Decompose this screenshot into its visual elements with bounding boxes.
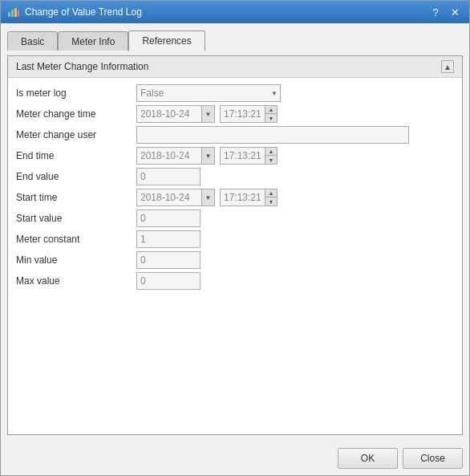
is-meter-log-label: Is meter log <box>16 87 136 99</box>
start-time-group: ▼ ▲ ▼ <box>136 189 454 206</box>
title-bar-controls: ? ✕ <box>427 4 463 20</box>
start-date-btn[interactable]: ▼ <box>201 189 214 205</box>
tab-meter-info[interactable]: Meter Info <box>58 31 128 51</box>
end-time-down[interactable]: ▼ <box>265 156 277 164</box>
start-time-row: Start time ▼ ▲ ▼ <box>16 189 454 206</box>
meter-change-user-input[interactable] <box>136 126 409 144</box>
meter-change-time-label: Meter change time <box>16 108 136 120</box>
meter-constant-row: Meter constant <box>16 230 454 248</box>
end-time-spin: ▲ ▼ <box>265 148 277 164</box>
main-window: Change of Value Trend Log ? ✕ Basic Mete… <box>0 0 470 476</box>
meter-change-time-wrapper: ▲ ▼ <box>220 105 278 123</box>
end-time-input[interactable] <box>221 149 265 162</box>
is-meter-log-control: False True <box>136 84 454 102</box>
close-button[interactable]: Close <box>403 448 463 469</box>
end-time-control: ▼ ▲ ▼ <box>136 147 454 165</box>
chart-icon <box>7 6 20 18</box>
meter-constant-label: Meter constant <box>16 234 136 245</box>
svg-rect-3 <box>18 10 19 17</box>
end-time-up[interactable]: ▲ <box>265 148 277 156</box>
form-area: Is meter log False True Meter change tim… <box>8 78 462 296</box>
meter-change-time-spin: ▲ ▼ <box>265 106 277 122</box>
section-header: Last Meter Change Information ▲ <box>8 56 462 78</box>
meter-change-time-up[interactable]: ▲ <box>265 106 277 114</box>
svg-rect-0 <box>8 12 10 17</box>
end-value-control <box>136 168 454 185</box>
meter-change-time-row: Meter change time ▼ ▲ ▼ <box>16 105 454 123</box>
meter-constant-control <box>136 230 454 248</box>
start-time-down[interactable]: ▼ <box>265 197 277 205</box>
meter-change-user-label: Meter change user <box>16 129 136 140</box>
start-time-spin: ▲ ▼ <box>265 189 277 205</box>
end-value-label: End value <box>16 171 136 182</box>
start-time-up[interactable]: ▲ <box>265 189 277 197</box>
close-title-button[interactable]: ✕ <box>447 4 463 20</box>
tab-basic[interactable]: Basic <box>7 31 58 51</box>
end-date-btn[interactable]: ▼ <box>201 148 214 164</box>
ok-button[interactable]: OK <box>338 448 398 469</box>
tab-bar: Basic Meter Info References <box>7 30 463 51</box>
start-date-wrapper: ▼ <box>136 189 215 206</box>
end-time-group: ▼ ▲ ▼ <box>136 147 454 165</box>
meter-change-time-group: ▼ ▲ ▼ <box>136 105 454 123</box>
start-date-input[interactable] <box>137 191 201 204</box>
start-time-control: ▼ ▲ ▼ <box>136 189 454 206</box>
tab-references[interactable]: References <box>128 31 205 51</box>
svg-rect-2 <box>14 8 17 17</box>
end-value-input[interactable] <box>136 168 201 185</box>
max-value-control <box>136 272 454 290</box>
is-meter-log-select[interactable]: False True <box>136 84 281 102</box>
meter-change-date-wrapper: ▼ <box>136 105 215 123</box>
max-value-label: Max value <box>16 275 136 287</box>
end-time-label: End time <box>16 150 136 161</box>
max-value-input[interactable] <box>136 272 201 290</box>
start-time-wrapper: ▲ ▼ <box>220 189 278 206</box>
end-date-input[interactable] <box>137 149 201 162</box>
meter-constant-input[interactable] <box>136 230 201 248</box>
meter-change-time-down[interactable]: ▼ <box>265 114 277 122</box>
window-title: Change of Value Trend Log <box>25 6 142 18</box>
start-value-input[interactable] <box>136 210 201 227</box>
min-value-row: Min value <box>16 251 454 269</box>
is-meter-log-row: Is meter log False True <box>16 84 454 102</box>
meter-change-user-row: Meter change user <box>16 126 454 144</box>
start-time-input[interactable] <box>221 191 265 204</box>
section-title: Last Meter Change Information <box>16 61 148 72</box>
start-value-label: Start value <box>16 213 136 224</box>
min-value-input[interactable] <box>136 251 201 269</box>
svg-rect-1 <box>11 10 14 17</box>
title-bar: Change of Value Trend Log ? ✕ <box>1 1 469 23</box>
end-time-wrapper: ▲ ▼ <box>220 147 278 165</box>
meter-change-date-btn[interactable]: ▼ <box>201 106 214 122</box>
section-collapse-button[interactable]: ▲ <box>441 60 454 73</box>
end-time-row: End time ▼ ▲ ▼ <box>16 147 454 165</box>
start-time-label: Start time <box>16 192 136 203</box>
min-value-label: Min value <box>16 254 136 266</box>
meter-change-date-input[interactable] <box>137 108 201 120</box>
min-value-control <box>136 251 454 269</box>
main-content: Basic Meter Info References Last Meter C… <box>1 23 469 441</box>
meter-change-time-control: ▼ ▲ ▼ <box>136 105 454 123</box>
help-button[interactable]: ? <box>427 4 444 20</box>
footer: OK Close <box>1 441 469 475</box>
is-meter-log-select-wrapper: False True <box>136 84 281 102</box>
start-value-control <box>136 210 454 227</box>
meter-change-time-input[interactable] <box>221 108 265 120</box>
start-value-row: Start value <box>16 210 454 227</box>
max-value-row: Max value <box>16 272 454 290</box>
title-bar-left: Change of Value Trend Log <box>7 6 142 18</box>
content-panel: Last Meter Change Information ▲ Is meter… <box>7 55 463 435</box>
meter-change-user-control <box>136 126 454 144</box>
end-date-wrapper: ▼ <box>136 147 215 165</box>
end-value-row: End value <box>16 168 454 185</box>
